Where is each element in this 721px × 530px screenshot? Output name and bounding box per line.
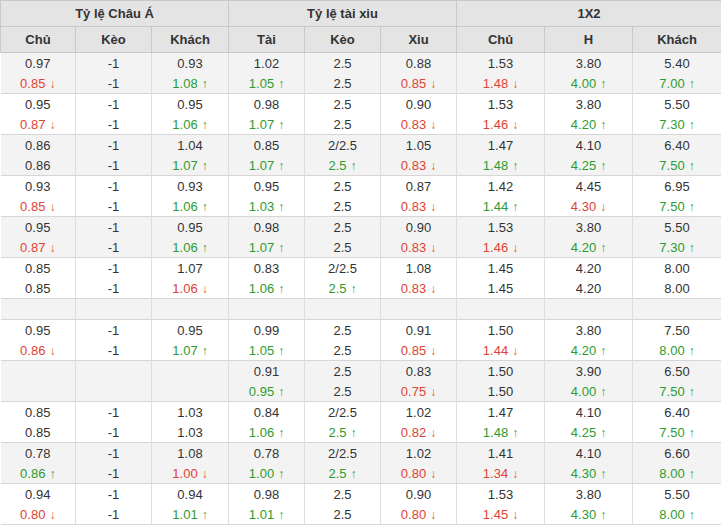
odds-cell: 1.53 <box>457 484 545 505</box>
odds-value: 1.01 <box>172 507 197 522</box>
odds-row: 0.85↓-11.08↑1.05↑2.50.85↓1.48↓4.00↑7.00↑ <box>1 73 721 94</box>
odds-cell: 0.85↓ <box>381 340 457 361</box>
odds-value: 0.78 <box>25 446 50 461</box>
odds-cell: 1.48↑ <box>457 155 545 176</box>
odds-table-header: Tỷ lệ Châu ÁTỷ lệ tài xiu1X2 ChủKèoKhách… <box>1 1 721 53</box>
odds-row: 0.86-11.07↑1.07↑2.5↑0.83↓1.48↑4.25↑7.50↑ <box>1 155 721 176</box>
odds-cell: -1 <box>76 320 152 341</box>
odds-value: 0.98 <box>254 97 279 112</box>
odds-cell: 0.95 <box>1 217 76 238</box>
odds-value: 1.45 <box>483 507 508 522</box>
odds-cell: 2/2.5 <box>305 443 381 464</box>
match-pair: 0.94-10.940.982.50.901.533.805.500.80↓-1… <box>1 484 721 525</box>
up-arrow-icon: ↑ <box>689 118 695 132</box>
down-arrow-icon: ↓ <box>512 467 518 481</box>
odds-cell: 0.87↓ <box>1 114 76 135</box>
up-arrow-icon: ↑ <box>512 159 518 173</box>
odds-cell: 1.44↑ <box>457 196 545 217</box>
up-arrow-icon: ↑ <box>600 426 606 440</box>
odds-value: 1.50 <box>488 323 513 338</box>
odds-cell: 4.30↑ <box>545 504 633 525</box>
down-arrow-icon: ↓ <box>430 282 436 296</box>
down-arrow-icon: ↓ <box>512 344 518 358</box>
up-arrow-icon: ↑ <box>351 467 357 481</box>
odds-value: -1 <box>108 487 120 502</box>
odds-value: 0.85 <box>25 425 50 440</box>
match-pair: 0.78-11.080.782/2.51.021.414.106.600.86↑… <box>1 443 721 484</box>
odds-cell <box>1 299 76 320</box>
odds-value: 5.50 <box>664 220 689 235</box>
odds-value: 8.00 <box>659 466 684 481</box>
odds-value: 1.44 <box>483 343 508 358</box>
odds-cell: 2.5 <box>305 484 381 505</box>
odds-value: 1.07 <box>249 117 274 132</box>
odds-cell: 0.85↓ <box>1 196 76 217</box>
odds-value: 1.07 <box>177 261 202 276</box>
odds-cell: 1.45 <box>457 278 545 299</box>
odds-value: 1.06 <box>172 240 197 255</box>
odds-cell: 0.93 <box>152 53 229 74</box>
odds-cell <box>152 299 229 320</box>
match-pair: 0.97-10.931.022.50.881.533.805.400.85↓-1… <box>1 53 721 94</box>
down-arrow-icon: ↓ <box>49 508 55 522</box>
odds-cell: 1.02 <box>381 443 457 464</box>
odds-value: -1 <box>108 425 120 440</box>
up-arrow-icon: ↑ <box>600 241 606 255</box>
odds-value: 0.93 <box>25 179 50 194</box>
odds-cell: 2.5 <box>305 237 381 258</box>
odds-value: 2.5 <box>333 384 351 399</box>
odds-cell: 2.5 <box>305 361 381 382</box>
odds-value: 2.5 <box>328 425 346 440</box>
odds-cell: 5.50 <box>633 484 721 505</box>
odds-row: 0.80↓-11.01↑1.01↑2.50.80↓1.45↓4.30↑8.00↑ <box>1 504 721 525</box>
odds-row: 0.85↓-11.06↑1.03↑2.50.83↓1.44↑4.30↓7.50↑ <box>1 196 721 217</box>
odds-value: 3.80 <box>576 487 601 502</box>
odds-value: 1.02 <box>406 446 431 461</box>
odds-value: 0.86 <box>25 158 50 173</box>
odds-cell: 4.30↓ <box>545 196 633 217</box>
odds-cell: 1.08↑ <box>152 73 229 94</box>
odds-row: 0.94-10.940.982.50.901.533.805.50 <box>1 484 721 505</box>
odds-cell: 1.44↓ <box>457 340 545 361</box>
odds-value: -1 <box>108 507 120 522</box>
down-arrow-icon: ↓ <box>512 118 518 132</box>
column-header-4: Kèo <box>305 27 381 53</box>
odds-value: 2.5 <box>333 487 351 502</box>
odds-value: 0.82 <box>401 425 426 440</box>
odds-value: 4.30 <box>571 507 596 522</box>
odds-cell: 2.5↑ <box>305 463 381 484</box>
odds-cell: 1.47 <box>457 135 545 156</box>
odds-value: 1.00 <box>249 466 274 481</box>
odds-value: 0.90 <box>406 220 431 235</box>
group-header-2: 1X2 <box>457 1 721 27</box>
group-header-0: Tỷ lệ Châu Á <box>1 1 229 27</box>
down-arrow-icon: ↓ <box>512 77 518 91</box>
odds-cell: 0.95 <box>152 217 229 238</box>
odds-cell <box>457 299 545 320</box>
column-header-row: ChủKèoKháchTàiKèoXiuChủHKhách <box>1 27 721 53</box>
odds-cell: 0.85 <box>1 258 76 279</box>
up-arrow-icon: ↑ <box>278 426 284 440</box>
odds-value: 7.50 <box>659 384 684 399</box>
up-arrow-icon: ↑ <box>278 241 284 255</box>
match-pair: 0.86-11.040.852/2.51.051.474.106.400.86-… <box>1 135 721 176</box>
odds-value: 4.20 <box>571 240 596 255</box>
odds-cell: 0.86↓ <box>1 340 76 361</box>
odds-cell: 1.07↑ <box>152 340 229 361</box>
odds-cell: 0.83 <box>229 258 305 279</box>
odds-value: 0.95 <box>177 323 202 338</box>
column-header-7: H <box>545 27 633 53</box>
up-arrow-icon: ↑ <box>278 118 284 132</box>
odds-row <box>1 299 721 320</box>
odds-value: 3.80 <box>576 97 601 112</box>
odds-value: 1.07 <box>172 158 197 173</box>
up-arrow-icon: ↑ <box>512 200 518 214</box>
odds-cell: 0.75↓ <box>381 381 457 402</box>
odds-cell: 1.06↑ <box>152 196 229 217</box>
odds-cell: -1 <box>76 422 152 443</box>
odds-cell: 1.07↑ <box>229 155 305 176</box>
odds-cell: 4.10 <box>545 135 633 156</box>
down-arrow-icon: ↓ <box>430 344 436 358</box>
odds-value: 6.40 <box>664 405 689 420</box>
odds-cell: -1 <box>76 484 152 505</box>
